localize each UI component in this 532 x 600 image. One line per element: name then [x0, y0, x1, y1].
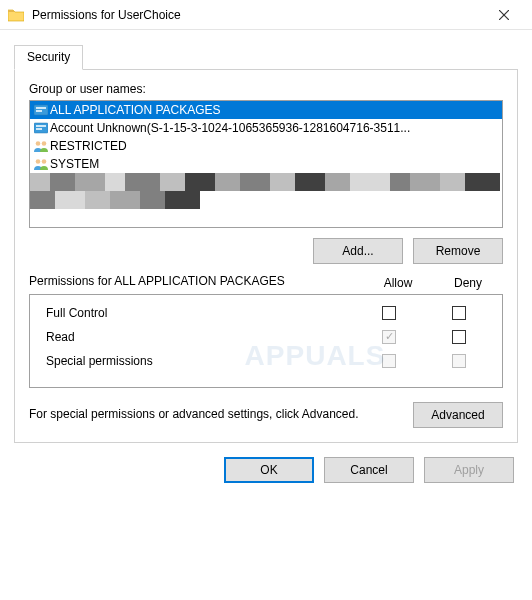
titlebar: Permissions for UserChoice — [0, 0, 532, 30]
svg-point-11 — [42, 159, 47, 164]
package-icon — [32, 104, 50, 116]
dialog-content: Security APPUALS Group or user names: AL… — [0, 30, 532, 443]
permissions-header: Permissions for ALL APPLICATION PACKAGES… — [29, 274, 503, 290]
column-deny-header: Deny — [433, 276, 503, 290]
checkbox-allow — [382, 330, 396, 344]
permission-deny-cell — [424, 330, 494, 344]
ok-button[interactable]: OK — [224, 457, 314, 483]
permission-allow-cell — [354, 354, 424, 368]
permissions-heading-prefix: Permissions for — [29, 274, 114, 288]
permission-label: Read — [38, 330, 354, 344]
svg-point-8 — [36, 141, 41, 146]
advanced-button[interactable]: Advanced — [413, 402, 503, 428]
permission-deny-cell — [424, 306, 494, 320]
svg-rect-3 — [36, 107, 46, 109]
advanced-text: For special permissions or advanced sett… — [29, 407, 403, 423]
checkbox-deny — [452, 354, 466, 368]
add-button[interactable]: Add... — [313, 238, 403, 264]
tab-security[interactable]: Security — [14, 45, 83, 70]
checkbox-deny[interactable] — [452, 306, 466, 320]
permission-row: Full Control — [38, 301, 494, 325]
permission-row: Special permissions — [38, 349, 494, 373]
groups-label: Group or user names: — [29, 82, 503, 96]
checkbox-allow — [382, 354, 396, 368]
svg-rect-6 — [36, 125, 46, 127]
groups-listbox[interactable]: ALL APPLICATION PACKAGESAccount Unknown(… — [29, 100, 503, 228]
permission-allow-cell — [354, 306, 424, 320]
checkbox-deny[interactable] — [452, 330, 466, 344]
apply-button[interactable]: Apply — [424, 457, 514, 483]
svg-rect-4 — [36, 110, 42, 112]
cancel-button[interactable]: Cancel — [324, 457, 414, 483]
list-item-label: ALL APPLICATION PACKAGES — [50, 103, 221, 117]
dialog-footer: OK Cancel Apply — [0, 443, 532, 497]
list-item[interactable]: ALL APPLICATION PACKAGES — [30, 101, 502, 119]
svg-rect-7 — [36, 128, 42, 130]
advanced-row: For special permissions or advanced sett… — [29, 402, 503, 428]
permission-row: Read — [38, 325, 494, 349]
permission-allow-cell — [354, 330, 424, 344]
permission-label: Full Control — [38, 306, 354, 320]
svg-point-10 — [36, 159, 41, 164]
remove-button[interactable]: Remove — [413, 238, 503, 264]
list-item-label: Account Unknown(S-1-15-3-1024-1065365936… — [50, 121, 410, 135]
checkbox-allow[interactable] — [382, 306, 396, 320]
svg-point-9 — [42, 141, 47, 146]
window-title: Permissions for UserChoice — [32, 8, 484, 22]
folder-icon — [8, 8, 24, 22]
close-icon — [499, 10, 509, 20]
users-icon — [32, 140, 50, 152]
column-allow-header: Allow — [363, 276, 433, 290]
permission-label: Special permissions — [38, 354, 354, 368]
redacted-rows — [30, 173, 502, 209]
groups-button-row: Add... Remove — [29, 238, 503, 264]
permission-deny-cell — [424, 354, 494, 368]
list-item-label: SYSTEM — [50, 157, 99, 171]
permissions-table: Full ControlReadSpecial permissions — [29, 294, 503, 388]
users-icon — [32, 158, 50, 170]
tab-strip: Security — [14, 44, 518, 70]
package-icon — [32, 122, 50, 134]
list-item[interactable]: Account Unknown(S-1-15-3-1024-1065365936… — [30, 119, 502, 137]
permissions-heading-subject: ALL APPLICATION PACKAGES — [114, 274, 285, 288]
list-item-label: RESTRICTED — [50, 139, 127, 153]
permissions-heading: Permissions for ALL APPLICATION PACKAGES — [29, 274, 363, 290]
security-panel: APPUALS Group or user names: ALL APPLICA… — [14, 70, 518, 443]
list-item[interactable]: SYSTEM — [30, 155, 502, 173]
close-button[interactable] — [484, 1, 524, 29]
list-item[interactable]: RESTRICTED — [30, 137, 502, 155]
